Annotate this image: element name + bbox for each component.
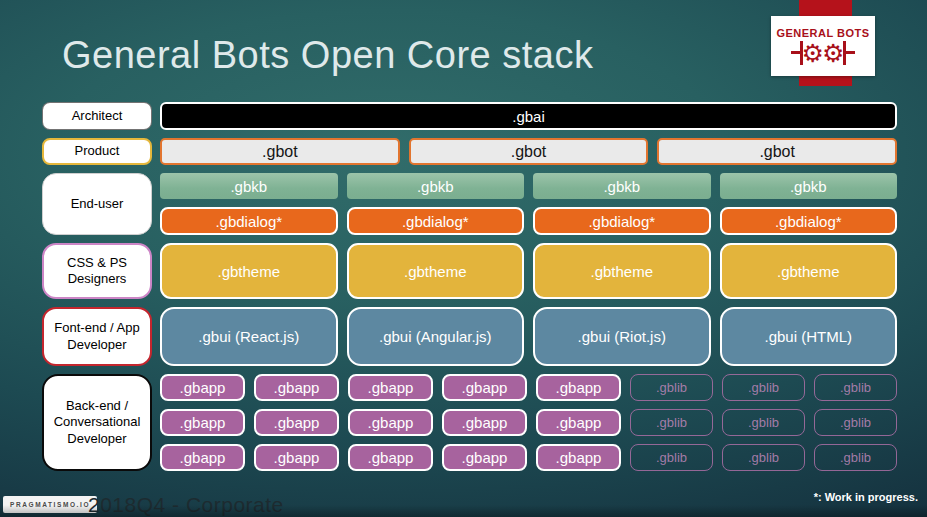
- gbapp-box: .gbapp: [160, 444, 245, 471]
- gblib-box: .gblib: [630, 444, 713, 471]
- role-label-product: Product: [42, 138, 152, 165]
- gbapp-box: .gbapp: [254, 409, 339, 436]
- gbtheme-row: .gbtheme .gbtheme .gbtheme .gbtheme: [160, 243, 897, 299]
- gbapp-box: .gbapp: [254, 374, 339, 401]
- gbapp-row: .gbapp .gbapp .gbapp .gbapp .gbapp .gbli…: [160, 444, 897, 471]
- gbui-box: .gbui (Angular.js): [347, 307, 525, 366]
- role-label-frontend: Font-end / App Developer: [42, 307, 152, 366]
- gbdialog-box: .gbdialog*: [160, 207, 338, 235]
- gbapp-box: .gbapp: [536, 374, 621, 401]
- slide: General Bots Open Core stack GENERAL BOT…: [0, 0, 927, 517]
- pragmatismo-logo: PRAGMATISMO.IO: [3, 496, 97, 513]
- role-label-designers: CSS & PS Designers: [42, 243, 152, 299]
- gbui-box: .gbui (React.js): [160, 307, 338, 366]
- gbapp-box: .gbapp: [348, 444, 433, 471]
- gbot-box: .gbot: [409, 138, 649, 165]
- gbapp-row: .gbapp .gbapp .gbapp .gbapp .gbapp .gbli…: [160, 409, 897, 436]
- gbapp-box: .gbapp: [442, 409, 527, 436]
- gbui-box: .gbui (Riot.js): [533, 307, 711, 366]
- gear-icon: ⚙: [802, 40, 824, 66]
- gbapp-box: .gbapp: [536, 444, 621, 471]
- stack-diagram: Architect .gbai Product .gbot .gbot .gbo…: [42, 102, 897, 471]
- gbtheme-box: .gbtheme: [347, 243, 525, 299]
- line-decoration: [846, 51, 855, 54]
- gblib-box: .gblib: [722, 374, 805, 401]
- gbapp-box: .gbapp: [254, 444, 339, 471]
- gbdialog-row: .gbdialog* .gbdialog* .gbdialog* .gbdial…: [160, 207, 897, 235]
- gbai-box: .gbai: [160, 102, 897, 130]
- page-title: General Bots Open Core stack: [62, 34, 593, 77]
- gbkb-row: .gbkb .gbkb .gbkb .gbkb: [160, 173, 897, 199]
- gblib-box: .gblib: [722, 409, 805, 436]
- gblib-box: .gblib: [814, 444, 897, 471]
- role-label-backend: Back-end / Conversational Developer: [42, 374, 152, 471]
- gbdialog-box: .gbdialog*: [720, 207, 898, 235]
- gblib-box: .gblib: [722, 444, 805, 471]
- gbkb-box: .gbkb: [533, 173, 711, 199]
- role-label-end-user: End-user: [42, 173, 152, 235]
- footer-caption: 2018Q4 - Corporate: [88, 493, 284, 517]
- gblib-box: .gblib: [814, 409, 897, 436]
- gears-motif: ⚙⚙: [791, 40, 856, 66]
- line-decoration: [791, 51, 800, 54]
- gbapp-box: .gbapp: [348, 374, 433, 401]
- logo-brand-text: GENERAL BOTS: [776, 27, 869, 39]
- gear-icon: ⚙: [822, 40, 844, 66]
- role-label-architect: Architect: [42, 102, 152, 130]
- work-in-progress-note: *: Work in progress.: [814, 491, 918, 503]
- gbdialog-box: .gbdialog*: [533, 207, 711, 235]
- gbui-row: .gbui (React.js) .gbui (Angular.js) .gbu…: [160, 307, 897, 366]
- gbtheme-box: .gbtheme: [533, 243, 711, 299]
- gbapp-row: .gbapp .gbapp .gbapp .gbapp .gbapp .gbli…: [160, 374, 897, 401]
- gbapp-box: .gbapp: [160, 409, 245, 436]
- gbot-row: .gbot .gbot .gbot: [160, 138, 897, 165]
- logo-card: GENERAL BOTS ⚙⚙: [771, 16, 875, 76]
- gblib-box: .gblib: [630, 409, 713, 436]
- gbapp-box: .gbapp: [348, 409, 433, 436]
- gbkb-box: .gbkb: [720, 173, 898, 199]
- gbui-box: .gbui (HTML): [720, 307, 898, 366]
- gbdialog-box: .gbdialog*: [347, 207, 525, 235]
- gblib-box: .gblib: [814, 374, 897, 401]
- gbkb-box: .gbkb: [160, 173, 338, 199]
- gbapp-box: .gbapp: [160, 374, 245, 401]
- gbkb-box: .gbkb: [347, 173, 525, 199]
- gblib-box: .gblib: [630, 374, 713, 401]
- general-bots-logo: GENERAL BOTS ⚙⚙: [749, 0, 879, 96]
- gbot-box: .gbot: [160, 138, 400, 165]
- gbtheme-box: .gbtheme: [160, 243, 338, 299]
- gbtheme-box: .gbtheme: [720, 243, 898, 299]
- gbapp-box: .gbapp: [442, 444, 527, 471]
- gbapp-box: .gbapp: [442, 374, 527, 401]
- gbot-box: .gbot: [657, 138, 897, 165]
- gbapp-box: .gbapp: [536, 409, 621, 436]
